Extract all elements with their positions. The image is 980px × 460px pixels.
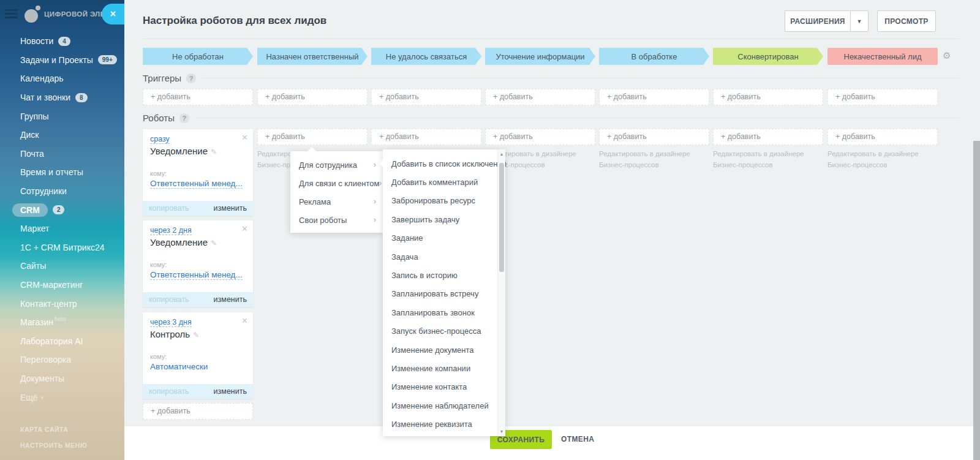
- close-icon[interactable]: ✕: [241, 133, 248, 142]
- add-robot-button[interactable]: + добавить: [371, 129, 481, 145]
- sidebar-item-groups[interactable]: Группы: [0, 107, 124, 126]
- robot-when-link[interactable]: через 2 дня: [150, 226, 192, 235]
- sitemap-link[interactable]: КАРТА САЙТА: [20, 426, 68, 433]
- menu-item-for-employee[interactable]: Для сотрудника›: [290, 156, 383, 174]
- add-robot-button[interactable]: + добавить: [713, 129, 823, 145]
- sidebar-item-label: Ещё: [20, 393, 38, 402]
- help-icon[interactable]: ?: [179, 113, 189, 123]
- scrollbar-thumb[interactable]: [499, 163, 504, 272]
- add-trigger-button[interactable]: + добавить: [713, 89, 823, 105]
- sidebar-item-crm[interactable]: CRM2: [0, 200, 124, 219]
- submenu-item[interactable]: Запланировать встречу: [383, 285, 505, 303]
- status-ne-obrabotan[interactable]: Не обработан: [143, 48, 253, 65]
- submenu-scrollbar[interactable]: ▲ ▼: [497, 149, 505, 436]
- submenu-item[interactable]: Запланировать звонок: [383, 303, 505, 322]
- sidebar-item-1c-crm[interactable]: 1С + CRM Битрикс24: [0, 238, 124, 257]
- add-robot-button[interactable]: + добавить: [143, 403, 253, 420]
- scroll-down-icon[interactable]: ▼: [498, 429, 505, 434]
- robot-when-link[interactable]: через 3 дня: [150, 318, 192, 327]
- copy-button[interactable]: копировать: [149, 295, 189, 304]
- view-button[interactable]: ПРОСМОТР: [877, 10, 936, 32]
- add-robot-button[interactable]: + добавить: [827, 129, 938, 145]
- extensions-dropdown-button[interactable]: ▼: [850, 10, 869, 32]
- robot-to-label: кому:: [150, 261, 167, 268]
- close-icon[interactable]: ✕: [241, 316, 248, 325]
- edit-button[interactable]: изменить: [214, 204, 247, 213]
- edit-pencil-icon[interactable]: ✎: [211, 148, 217, 156]
- add-trigger-button[interactable]: + добавить: [599, 89, 709, 105]
- cancel-button[interactable]: ОТМЕНА: [561, 435, 594, 443]
- copy-button[interactable]: копировать: [149, 387, 189, 396]
- submenu-item[interactable]: Запись в историю: [383, 266, 505, 284]
- menu-item-ads[interactable]: Реклама›: [290, 192, 383, 211]
- submenu-item[interactable]: Изменение наблюдателей: [383, 396, 505, 415]
- sidebar-item-sites[interactable]: Сайты: [0, 257, 124, 276]
- robot-recipient-link[interactable]: Ответственный менед...: [150, 270, 243, 280]
- gear-icon[interactable]: ⚙: [943, 50, 951, 61]
- status-nekachestvennyj-lid[interactable]: Некачественный лид: [827, 48, 938, 65]
- submenu-item[interactable]: Добавить комментарий: [383, 173, 505, 191]
- designer-hint[interactable]: Редактировать в дизайнере Бизнес-процесс…: [827, 149, 933, 171]
- edit-pencil-icon[interactable]: ✎: [211, 239, 217, 247]
- sidebar-item-shop[interactable]: Магазинbeta: [0, 313, 124, 332]
- sidebar-item-mail[interactable]: Почта: [0, 145, 124, 164]
- submenu-item[interactable]: Задание: [383, 229, 505, 247]
- sidebar-item-disk[interactable]: Диск: [0, 126, 124, 145]
- edit-button[interactable]: изменить: [214, 387, 247, 396]
- add-trigger-button[interactable]: + добавить: [827, 89, 938, 105]
- submenu-item[interactable]: Добавить в список исключений: [383, 154, 505, 173]
- help-icon[interactable]: ?: [186, 74, 196, 83]
- add-trigger-button[interactable]: + добавить: [371, 89, 481, 105]
- sidebar-item-crm-marketing[interactable]: CRM-маркетинг: [0, 276, 124, 295]
- configure-menu-link[interactable]: НАСТРОИТЬ МЕНЮ: [20, 442, 87, 449]
- robot-recipient-link[interactable]: Автоматически: [150, 362, 208, 371]
- sidebar-item-meeting-room[interactable]: Переговорка: [0, 350, 124, 369]
- copy-button[interactable]: копировать: [149, 204, 189, 213]
- status-v-obrabotke[interactable]: В обработке: [599, 48, 709, 65]
- status-utochnenie-informacii[interactable]: Уточнение информации: [485, 48, 595, 65]
- sidebar-item-chat[interactable]: Чат и звонки8: [0, 88, 124, 107]
- submenu-item[interactable]: Задача: [383, 247, 505, 266]
- edit-pencil-icon[interactable]: ✎: [193, 331, 199, 339]
- status-ne-udalos-svyazatsya[interactable]: Не удалось связаться: [371, 48, 481, 65]
- submenu-item[interactable]: Изменение контакта: [383, 378, 505, 396]
- robot-when-link[interactable]: сразу: [150, 135, 170, 144]
- menu-item-client-communication[interactable]: Для связи с клиентом›: [290, 174, 383, 192]
- submenu-item[interactable]: Изменение компании: [383, 359, 505, 377]
- submenu-item[interactable]: Изменение документа: [383, 341, 505, 359]
- edit-button[interactable]: изменить: [214, 295, 247, 304]
- sidebar-item-contact-center[interactable]: Контакт-центр: [0, 294, 124, 313]
- sidebar-item-label: Сотрудники: [20, 186, 67, 196]
- sidebar-item-news[interactable]: Новости4: [0, 32, 124, 51]
- add-robot-button[interactable]: + добавить: [599, 129, 709, 145]
- sidebar-item-time-reports[interactable]: Время и отчеты: [0, 163, 124, 182]
- status-naznachen-otvetstvennyj[interactable]: Назначен ответственный: [257, 48, 368, 65]
- status-skonvertirovan[interactable]: Сконвертирован: [713, 48, 823, 65]
- sidebar-item-market[interactable]: Маркет: [0, 219, 124, 238]
- close-icon[interactable]: ✕: [241, 224, 248, 233]
- submenu-item[interactable]: Завершить задачу: [383, 210, 505, 228]
- sidebar-item-employees[interactable]: Сотрудники: [0, 182, 124, 201]
- menu-item-custom-robots[interactable]: Свои роботы›: [290, 211, 383, 229]
- add-trigger-button[interactable]: + добавить: [485, 89, 595, 105]
- hamburger-menu-icon[interactable]: [5, 9, 18, 18]
- page-scrollbar[interactable]: [973, 141, 980, 460]
- robot-recipient-link[interactable]: Ответственный менед...: [150, 179, 243, 189]
- add-robot-button[interactable]: + добавить: [485, 129, 595, 145]
- submenu-item[interactable]: Забронировать ресурс: [383, 192, 505, 210]
- designer-hint[interactable]: Редактировать в дизайнере Бизнес-процесс…: [713, 149, 818, 171]
- submenu-item[interactable]: Запуск бизнес-процесса: [383, 322, 505, 341]
- add-trigger-button[interactable]: + добавить: [143, 89, 253, 105]
- add-trigger-button[interactable]: + добавить: [257, 89, 368, 105]
- extensions-button[interactable]: РАСШИРЕНИЯ: [785, 10, 850, 32]
- sidebar-item-documents[interactable]: Документы: [0, 369, 124, 388]
- submenu-item[interactable]: Изменение реквизита: [383, 415, 505, 433]
- add-robot-button[interactable]: + добавить: [257, 129, 368, 145]
- sidebar-item-tasks[interactable]: Задачи и Проекты99+: [0, 51, 124, 70]
- close-sidebar-button[interactable]: ×: [102, 4, 124, 25]
- designer-hint[interactable]: Редактировать в дизайнере Бизнес-процесс…: [599, 149, 704, 171]
- scroll-up-icon[interactable]: ▲: [498, 152, 505, 156]
- sidebar-item-ai-lab[interactable]: Лаборатория AI: [0, 332, 124, 351]
- sidebar-item-more[interactable]: Ещё▾: [0, 388, 124, 407]
- sidebar-item-calendar[interactable]: Календарь: [0, 69, 124, 88]
